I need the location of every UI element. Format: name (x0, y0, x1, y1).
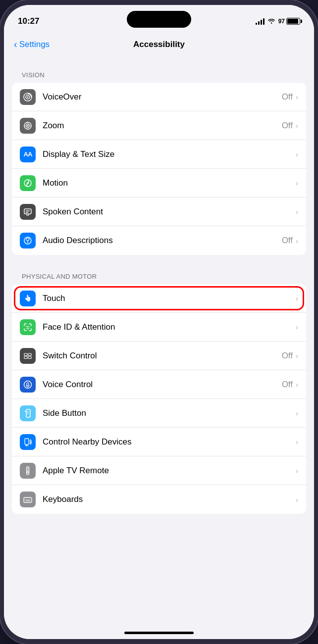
bar4 (263, 18, 265, 25)
audio-descriptions-value: Off (282, 236, 293, 246)
svg-point-5 (27, 125, 29, 126)
spoken-content-icon (20, 204, 36, 220)
control-nearby-icon (20, 434, 36, 450)
svg-point-18 (29, 326, 30, 327)
svg-point-17 (26, 326, 27, 327)
battery-icon (286, 18, 300, 25)
apple-tv-item[interactable]: Apple TV Remote › (12, 456, 306, 485)
nav-bar: ‹ Settings Accessibility (4, 32, 314, 57)
svg-rect-27 (25, 439, 29, 445)
touch-label: Touch (43, 294, 296, 303)
voice-control-item[interactable]: Voice Control Off › (12, 370, 306, 399)
keyboards-label: Keyboards (43, 495, 296, 504)
voice-control-icon (20, 377, 36, 393)
voice-control-label: Voice Control (43, 380, 282, 390)
voiceover-label: VoiceOver (43, 92, 282, 102)
display-text-icon: AA (20, 147, 36, 162)
switch-control-item[interactable]: Switch Control Off › (12, 342, 306, 370)
battery-percent: 97 (278, 18, 285, 25)
faceid-item[interactable]: Face ID & Attention › (12, 313, 306, 342)
motion-label: Motion (43, 178, 296, 188)
audio-descriptions-item[interactable]: Audio Descriptions Off › (12, 226, 306, 255)
audio-descriptions-icon (20, 233, 36, 248)
svg-rect-21 (28, 353, 31, 356)
scroll-content[interactable]: VISION VoiceOver Off (4, 57, 314, 639)
faceid-chevron-icon: › (296, 323, 298, 331)
vision-section-header: VISION (4, 71, 314, 79)
display-text-label: Display & Text Size (43, 149, 296, 159)
zoom-item[interactable]: Zoom Off › (12, 111, 306, 140)
voice-control-chevron-icon: › (296, 380, 298, 389)
keyboards-chevron-icon: › (296, 495, 298, 504)
control-nearby-item[interactable]: Control Nearby Devices › (12, 428, 306, 456)
touch-icon (20, 291, 36, 306)
switch-control-value: Off (282, 351, 293, 361)
phone-screen: 10:27 (4, 5, 314, 639)
physical-motor-header: PHYSICAL AND MOTOR (4, 273, 314, 280)
touch-item[interactable]: Touch › (12, 284, 306, 313)
physical-motor-section: PHYSICAL AND MOTOR Touch › (4, 273, 314, 514)
dynamic-island (127, 11, 191, 28)
page-title: Accessibility (133, 40, 185, 50)
back-label[interactable]: Settings (19, 40, 50, 50)
side-button-icon (20, 405, 36, 421)
voice-control-value: Off (282, 380, 293, 390)
apple-tv-chevron-icon: › (296, 466, 298, 475)
zoom-chevron-icon: › (296, 121, 298, 130)
motion-item[interactable]: Motion › (12, 169, 306, 198)
side-button-item[interactable]: Side Button › (12, 399, 306, 428)
apple-tv-label: Apple TV Remote (43, 466, 296, 476)
wifi-icon (267, 17, 275, 26)
display-text-chevron-icon: › (296, 150, 298, 158)
battery-tip (301, 20, 302, 23)
svg-rect-34 (24, 497, 32, 502)
keyboards-item[interactable]: Keyboards › (12, 485, 306, 514)
side-button-chevron-icon: › (296, 409, 298, 417)
voiceover-chevron-icon: › (296, 93, 298, 101)
status-time: 10:27 (18, 16, 39, 26)
motion-chevron-icon: › (296, 179, 298, 187)
status-icons: 97 (256, 17, 300, 26)
zoom-label: Zoom (43, 121, 282, 131)
apple-tv-icon (20, 463, 36, 479)
side-button-label: Side Button (43, 408, 296, 418)
display-text-item[interactable]: AA Display & Text Size › (12, 140, 306, 169)
switch-control-chevron-icon: › (296, 351, 298, 360)
spoken-content-label: Spoken Content (43, 207, 296, 217)
control-nearby-chevron-icon: › (296, 438, 298, 446)
faceid-icon (20, 319, 36, 335)
bar2 (258, 21, 260, 25)
motion-icon (20, 175, 36, 191)
status-bar: 10:27 (4, 5, 314, 32)
touch-chevron-icon: › (296, 294, 298, 302)
audio-descriptions-label: Audio Descriptions (43, 236, 282, 246)
spoken-content-item[interactable]: Spoken Content › (12, 198, 306, 226)
physical-motor-group: Touch › (12, 284, 306, 514)
svg-rect-12 (24, 209, 31, 214)
voiceover-value: Off (282, 92, 293, 102)
battery-fill (287, 19, 298, 24)
svg-rect-23 (28, 356, 31, 359)
zoom-icon (20, 118, 36, 134)
bar3 (261, 20, 262, 25)
battery-container: 97 (278, 18, 300, 25)
faceid-label: Face ID & Attention (43, 322, 296, 332)
spoken-content-chevron-icon: › (296, 207, 298, 216)
audio-descriptions-chevron-icon: › (296, 237, 298, 245)
back-button[interactable]: ‹ Settings (14, 39, 50, 50)
switch-control-icon (20, 348, 36, 364)
svg-point-31 (27, 468, 28, 469)
svg-point-2 (27, 96, 29, 98)
signal-bars-icon (256, 18, 265, 25)
zoom-value: Off (282, 121, 293, 131)
home-indicator[interactable] (124, 632, 194, 634)
svg-point-33 (27, 471, 29, 473)
vision-section: VISION VoiceOver Off (4, 71, 314, 255)
phone-frame: 10:27 (0, 0, 318, 644)
svg-rect-22 (24, 356, 27, 359)
back-chevron-icon: ‹ (14, 39, 17, 50)
switch-control-label: Switch Control (43, 351, 282, 361)
voiceover-item[interactable]: VoiceOver Off › (12, 83, 306, 111)
bar1 (256, 23, 257, 25)
control-nearby-label: Control Nearby Devices (43, 437, 296, 447)
